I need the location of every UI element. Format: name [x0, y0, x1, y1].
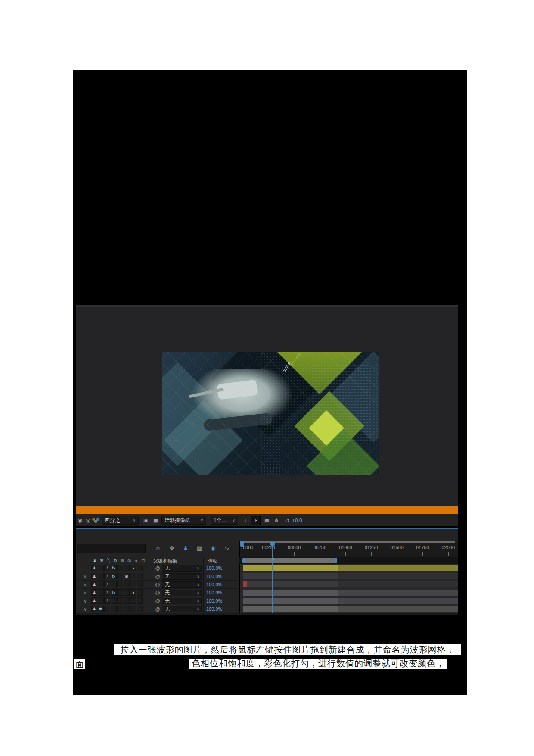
fx-toggle[interactable]: fx [111, 573, 117, 579]
twirl-arrow-icon[interactable]: ∨ [81, 572, 90, 581]
motion-blur-icon[interactable]: ◉ [208, 544, 218, 553]
collapse-toggle[interactable] [98, 589, 104, 596]
pickwhip-icon[interactable]: @ [154, 589, 161, 597]
view-dropdown[interactable]: 活动摄像机 ∨ [161, 516, 206, 525]
flowchart-icon[interactable]: ⋔ [272, 514, 281, 527]
quality-toggle[interactable]: / [104, 573, 110, 579]
3d-toggle[interactable] [137, 573, 143, 579]
resolution-dropdown[interactable]: 四分之一 ∨ [102, 516, 139, 525]
timeline-button-icon[interactable]: ▤ [263, 514, 271, 527]
quality-toggle[interactable]: / [104, 597, 110, 604]
frame-blend-toggle[interactable] [117, 565, 123, 571]
layer-duration-bar[interactable] [243, 565, 458, 571]
parent-dropdown[interactable]: 无 ∨ [162, 598, 202, 604]
motion-blur-toggle[interactable] [124, 597, 130, 604]
pickwhip-icon[interactable]: @ [154, 581, 161, 589]
motion-blur-toggle[interactable] [124, 581, 130, 587]
layer-row[interactable]: ∨ ♟/fx◉ @ 无 ∨ 100.0% [76, 572, 458, 581]
3d-toggle[interactable] [137, 589, 143, 596]
twirl-arrow-icon[interactable]: ∨ [81, 605, 90, 613]
shy-icon[interactable]: ♟ [181, 544, 190, 553]
collapse-toggle[interactable] [98, 565, 104, 571]
timeline-search-input[interactable] [77, 544, 146, 553]
shy-toggle[interactable]: ♟ [91, 589, 97, 596]
fx-toggle[interactable] [111, 606, 117, 612]
pixel-aspect-icon[interactable]: ⊓ [242, 514, 251, 527]
pickwhip-icon[interactable]: @ [154, 597, 161, 605]
draft-3d-icon[interactable]: ❖ [167, 544, 177, 553]
shy-toggle[interactable]: ♟ [91, 597, 97, 604]
motion-blur-toggle[interactable] [124, 589, 130, 596]
adjustment-toggle[interactable] [130, 581, 136, 587]
layer-duration-bar[interactable] [243, 598, 458, 604]
quality-toggle[interactable]: / [104, 581, 110, 587]
motion-blur-toggle[interactable]: - [124, 606, 130, 612]
frame-blend-toggle[interactable] [117, 606, 123, 612]
fast-preview-icon[interactable]: ⚡ [251, 516, 261, 525]
layer-row[interactable]: ∨ ♟/ @ 无 ∨ 100.0% [76, 597, 458, 605]
layer-duration-bar[interactable] [243, 590, 458, 596]
collapse-toggle[interactable] [98, 597, 104, 604]
layer-duration-bar[interactable] [243, 606, 458, 612]
shy-toggle[interactable]: ♟ [91, 565, 97, 571]
motion-blur-toggle[interactable] [124, 565, 130, 571]
layer-row[interactable]: ∨ ♟✱-- @ 无 ∨ 100.0% [76, 605, 458, 613]
snapshot-icon[interactable]: ◉ [76, 514, 84, 527]
show-snapshot-icon[interactable]: ◎ [84, 514, 92, 527]
quality-toggle[interactable]: / [104, 565, 110, 571]
layer-row[interactable]: ♟/fx◑ @ 无 ∨ 100.0% [76, 564, 458, 572]
shy-toggle[interactable]: ♟ [91, 606, 97, 612]
adjustment-toggle[interactable] [130, 597, 136, 604]
adjustment-toggle[interactable] [130, 573, 136, 579]
graph-editor-icon[interactable]: ∿ [222, 544, 232, 553]
collapse-toggle[interactable] [98, 581, 104, 587]
work-area-start-handle[interactable] [242, 558, 245, 563]
twirl-arrow-icon[interactable]: ∨ [81, 581, 90, 589]
parent-dropdown[interactable]: 无 ∨ [162, 581, 202, 588]
channels-icon[interactable] [92, 518, 101, 524]
collapse-toggle[interactable] [98, 573, 104, 579]
frame-blend-toggle[interactable] [117, 573, 123, 579]
parent-dropdown[interactable]: 无 ∨ [162, 590, 202, 596]
parent-dropdown[interactable]: 无 ∨ [162, 606, 202, 612]
collapse-toggle[interactable]: ✱ [98, 606, 104, 612]
pickwhip-icon[interactable]: @ [154, 605, 161, 613]
adjustment-toggle[interactable] [130, 606, 136, 612]
fx-toggle[interactable] [111, 581, 117, 587]
fx-toggle[interactable] [111, 597, 117, 604]
frame-blend-toggle[interactable] [117, 581, 123, 587]
adjustment-toggle[interactable]: ◑ [130, 565, 136, 571]
view-layout-dropdown[interactable]: 1个… ∨ [211, 516, 238, 525]
fx-toggle[interactable]: fx [111, 565, 117, 571]
region-of-interest-icon[interactable]: ▣ [142, 514, 150, 527]
reset-exposure-icon[interactable]: ↺ [283, 514, 292, 527]
twirl-arrow-icon[interactable] [81, 564, 90, 572]
adjustment-toggle[interactable]: ◑ [130, 589, 136, 596]
twirl-arrow-icon[interactable]: ∨ [81, 589, 90, 597]
pickwhip-icon[interactable]: @ [154, 564, 161, 572]
3d-toggle[interactable] [137, 565, 143, 571]
motion-blur-toggle[interactable]: ◉ [124, 573, 130, 579]
frame-blend-toggle[interactable] [117, 597, 123, 604]
transparency-grid-icon[interactable]: ▦ [152, 514, 160, 527]
twirl-arrow-icon[interactable]: ∨ [81, 597, 90, 605]
3d-toggle[interactable] [137, 606, 143, 612]
frame-blend-icon[interactable]: ▥ [195, 544, 204, 553]
mini-flowchart-icon[interactable]: ⋔ [153, 544, 163, 553]
playhead-line[interactable] [272, 543, 273, 613]
3d-toggle[interactable] [137, 581, 143, 587]
frame-blend-toggle[interactable] [117, 589, 123, 596]
quality-toggle[interactable]: - [104, 606, 110, 612]
shy-toggle[interactable]: ♟ [91, 581, 97, 587]
layer-row[interactable]: ∨ ♟/ @ 无 ∨ 100.0% [76, 581, 458, 589]
exposure-value[interactable]: +0.0 [292, 514, 302, 527]
pickwhip-icon[interactable]: @ [154, 572, 161, 581]
layer-row[interactable]: ∨ ♟/fx◑ @ 无 ∨ 100.0% [76, 589, 458, 597]
shy-toggle[interactable]: ♟ [91, 573, 97, 579]
parent-dropdown[interactable]: 无 ∨ [162, 565, 202, 572]
work-area-end-handle[interactable] [335, 558, 337, 563]
3d-toggle[interactable] [137, 597, 143, 604]
work-area-bar[interactable] [242, 558, 337, 563]
parent-dropdown[interactable]: 无 ∨ [162, 573, 202, 580]
fx-toggle[interactable]: fx [111, 589, 117, 596]
